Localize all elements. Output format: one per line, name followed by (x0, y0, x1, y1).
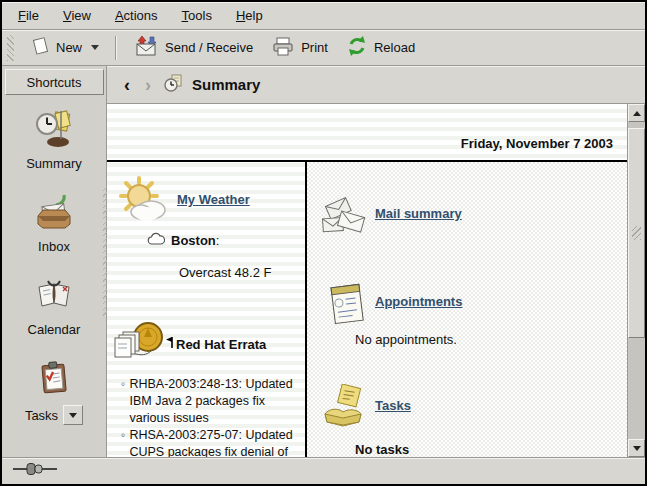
menu-actions[interactable]: Actions (115, 8, 158, 23)
page-title: Summary (192, 76, 260, 93)
arrow-up-icon (633, 111, 641, 116)
sidebar-item-label: Calendar (28, 322, 81, 337)
sidebar-item-label: Tasks (25, 408, 58, 423)
new-dropdown-arrow-icon[interactable] (91, 45, 99, 50)
sidebar-item-label: Summary (26, 156, 82, 171)
content-row: Friday, November 7 2003 (107, 104, 645, 457)
errata-item[interactable]: ◦ RHSA-2003:275-07: Updated CUPS package… (121, 427, 297, 457)
menu-file[interactable]: File (18, 8, 39, 23)
new-button-label: New (56, 40, 82, 55)
mail-summary-icon (319, 192, 367, 242)
calendar-icon (34, 275, 74, 318)
errata-header: Red Hat Errata (165, 336, 266, 352)
arrow-down-icon (633, 446, 641, 451)
errata-icon (113, 320, 167, 378)
appointments-icon (325, 280, 369, 332)
send-receive-icon (133, 35, 159, 60)
menu-help[interactable]: Help (236, 8, 263, 23)
thumb-grip-icon (632, 226, 641, 240)
summary-icon (34, 109, 74, 152)
tasks-link[interactable]: Tasks (375, 398, 411, 413)
menu-bar: File View Actions Tools Help (2, 2, 645, 30)
menu-view[interactable]: View (63, 8, 91, 23)
tasks-empty-text: No tasks (355, 442, 409, 457)
appointments-link[interactable]: Appointments (375, 294, 462, 309)
inbox-icon (34, 192, 74, 235)
toolbar-grip[interactable] (7, 35, 14, 61)
weather-location: Boston (171, 233, 216, 248)
new-button[interactable]: New (21, 32, 108, 63)
new-document-icon (30, 36, 50, 59)
reload-icon (346, 35, 368, 60)
shortcut-group-combo-button[interactable] (63, 405, 83, 425)
folder-title-bar: ‹ › Summary (107, 66, 645, 104)
status-bar (2, 457, 645, 484)
shortcuts-header-button[interactable]: Shortcuts (5, 69, 104, 95)
menu-tools[interactable]: Tools (182, 8, 212, 23)
folder-summary-icon (163, 73, 183, 97)
weather-icon (117, 174, 171, 232)
errata-title: Red Hat Errata (176, 337, 266, 352)
bullet-icon: ◦ (121, 427, 125, 457)
toolbar: New Send / Receive (2, 30, 645, 66)
forward-button[interactable]: › (142, 76, 154, 94)
weather-condition: Overcast 48.2 F (179, 265, 271, 280)
column-divider (305, 162, 307, 457)
reload-button[interactable]: Reload (337, 31, 424, 64)
sidebar-item-summary[interactable]: Summary (26, 109, 82, 171)
main-pane: ‹ › Summary Friday, N (107, 66, 645, 457)
shortcuts-sidebar: Shortcuts Summary (2, 66, 107, 457)
appointments-empty-text: No appointments. (355, 332, 457, 347)
tasks-section-icon (319, 384, 367, 434)
mail-summary-link[interactable]: Mail summary (375, 206, 462, 221)
reload-button-label: Reload (374, 40, 415, 55)
my-weather-link[interactable]: My Weather (177, 192, 250, 207)
toolbar-separator (115, 36, 117, 60)
send-receive-button[interactable]: Send / Receive (124, 31, 262, 64)
sidebar-item-tasks[interactable]: Tasks (25, 358, 83, 425)
vertical-scrollbar[interactable] (627, 104, 645, 457)
summary-page: Friday, November 7 2003 (107, 104, 627, 457)
printer-icon (271, 36, 295, 59)
scroll-down-button[interactable] (628, 439, 645, 457)
sidebar-item-label: Inbox (38, 239, 70, 254)
window-body: Shortcuts Summary (2, 66, 645, 457)
current-date: Friday, November 7 2003 (461, 136, 613, 151)
print-button[interactable]: Print (262, 32, 337, 63)
send-receive-label: Send / Receive (165, 40, 253, 55)
date-divider (107, 160, 627, 162)
scroll-up-button[interactable] (628, 104, 645, 122)
tasks-icon (34, 358, 74, 401)
status-activity-icon[interactable] (12, 462, 58, 480)
weather-location-row: Boston: (147, 232, 219, 249)
errata-item-text: RHSA-2003:275-07: Updated CUPS packages … (129, 427, 297, 457)
flag-icon (165, 336, 174, 352)
errata-item[interactable]: ◦ RHBA-2003:248-13: Updated IBM Java 2 p… (121, 376, 297, 427)
errata-item-text: RHBA-2003:248-13: Updated IBM Java 2 pac… (129, 376, 297, 427)
sidebar-item-inbox[interactable]: Inbox (34, 192, 74, 254)
shortcut-list: Summary (25, 109, 83, 425)
sidebar-item-calendar[interactable]: Calendar (28, 275, 81, 337)
back-button[interactable]: ‹ (121, 76, 133, 94)
bullet-icon: ◦ (121, 376, 125, 427)
scrollbar-thumb[interactable] (628, 128, 645, 338)
weather-location-colon: : (216, 233, 220, 248)
print-button-label: Print (301, 40, 328, 55)
evolution-window: File View Actions Tools Help New (0, 0, 647, 486)
cloud-icon (147, 232, 165, 249)
errata-list: ◦ RHBA-2003:248-13: Updated IBM Java 2 p… (121, 376, 297, 457)
chevron-down-icon (69, 413, 77, 418)
